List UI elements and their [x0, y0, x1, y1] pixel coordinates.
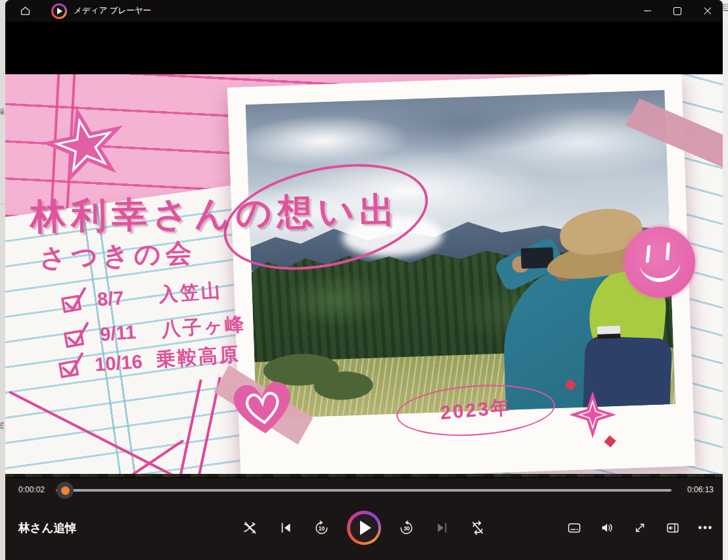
- utility-controls: •••: [565, 519, 715, 537]
- volume-button[interactable]: [598, 519, 616, 537]
- checklist-date: 9/11: [99, 320, 152, 345]
- elapsed-time: 0:00:02: [18, 485, 45, 494]
- previous-track-icon: [278, 520, 294, 536]
- shuffle-off-icon: [242, 520, 258, 536]
- video-group-name: さつきの会: [39, 235, 197, 276]
- app-title: メディア プレーヤー: [74, 5, 151, 16]
- underlying-window-left-sliver: 保 ) ) 笠: [0, 0, 5, 560]
- checklist-place: 乗鞍高原: [156, 341, 241, 373]
- minimize-button[interactable]: [632, 0, 662, 22]
- edge-text-fragment: 笠: [0, 421, 5, 431]
- next-frame-sliver: [5, 474, 723, 477]
- svg-text:10: 10: [319, 525, 325, 532]
- sparkle-doodle: [569, 391, 616, 438]
- video-letterbox: 2023年 林利幸さんの想い出 さつきの会 8/7 入笠山 9/11: [5, 22, 723, 478]
- titlebar: メディア プレーヤー: [5, 0, 723, 22]
- play-icon: [360, 521, 371, 535]
- checklist-place: 八子ヶ峰: [161, 311, 247, 343]
- home-button[interactable]: [11, 0, 39, 22]
- app-logo-icon: [51, 3, 67, 19]
- maximize-button[interactable]: [662, 0, 693, 22]
- seek-thumb[interactable]: [57, 482, 74, 499]
- svg-text:30: 30: [403, 525, 410, 532]
- maximize-icon: [673, 7, 681, 15]
- next-track-icon: [434, 520, 450, 536]
- window-controls: [632, 0, 723, 22]
- forward-30-button[interactable]: 30: [397, 518, 417, 538]
- checkbox-checked-icon: [61, 321, 92, 352]
- clipped-document-icon: [723, 4, 728, 11]
- close-button[interactable]: [693, 0, 723, 22]
- next-track-button[interactable]: [432, 518, 452, 538]
- media-player-window: メディア プレーヤー: [5, 0, 723, 560]
- seek-bar[interactable]: [56, 489, 671, 492]
- player-controls: 0:00:02 0:06:13 林さん追悼: [5, 478, 723, 560]
- year-label: 2023年: [439, 394, 512, 427]
- close-icon: [704, 7, 712, 15]
- duration-time: 0:06:13: [687, 485, 714, 494]
- play-button[interactable]: [347, 511, 381, 545]
- checkbox-checked-icon: [58, 286, 89, 317]
- volume-icon: [600, 521, 614, 535]
- seek-thumb-dot: [61, 486, 70, 495]
- heart-doodle: [225, 372, 300, 442]
- edge-divider: [0, 204, 5, 204]
- fullscreen-icon: [633, 521, 647, 535]
- mini-player-button[interactable]: [664, 519, 682, 537]
- forward-30-icon: 30: [399, 520, 415, 536]
- repeat-off-button[interactable]: [468, 518, 488, 538]
- shuffle-off-button[interactable]: [240, 518, 260, 538]
- more-options-icon: •••: [698, 522, 714, 534]
- fullscreen-button[interactable]: [631, 519, 649, 537]
- video-frame[interactable]: 2023年 林利幸さんの想い出 さつきの会 8/7 入笠山 9/11: [5, 74, 723, 477]
- repeat-off-icon: [470, 520, 486, 536]
- edge-text-fragment: ): [0, 338, 5, 346]
- rewind-10-icon: 10: [313, 520, 329, 536]
- checklist-date: 8/7: [97, 285, 149, 310]
- subtitles-button[interactable]: [565, 519, 583, 537]
- checklist-date: 10/16: [94, 350, 147, 375]
- rewind-10-button[interactable]: 10: [311, 518, 331, 538]
- edge-text-fragment: ): [0, 317, 5, 325]
- smiley-doodle: [624, 227, 695, 298]
- checkbox-checked-icon: [56, 351, 87, 382]
- checklist-place: 入笠山: [158, 277, 223, 308]
- minimize-icon: [644, 11, 651, 11]
- underlying-window-right-sliver: [723, 0, 728, 560]
- more-options-button[interactable]: •••: [696, 519, 715, 537]
- subtitles-icon: [567, 521, 581, 535]
- backpack-strap: [597, 325, 620, 334]
- mini-player-icon: [666, 521, 680, 535]
- home-icon: [20, 5, 31, 16]
- previous-track-button[interactable]: [276, 518, 296, 538]
- edge-text-fragment: 保: [0, 107, 5, 117]
- video-main-title: 林利幸さんの想い出: [30, 187, 400, 241]
